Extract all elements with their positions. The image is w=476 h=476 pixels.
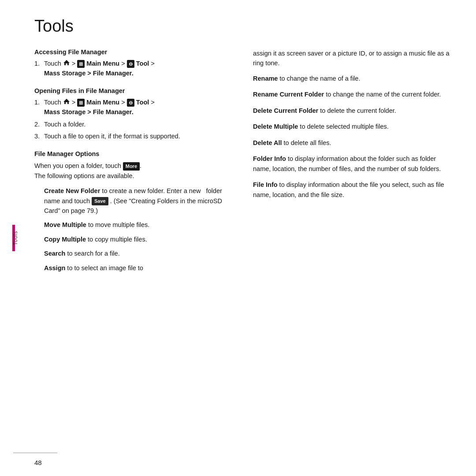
- more-button: More: [123, 162, 140, 171]
- step-number-2: 2.: [34, 120, 42, 130]
- page-divider: [13, 453, 57, 453]
- option-search: Search to search for a file.: [44, 249, 235, 258]
- right-intro: assign it as screen saver or a picture I…: [253, 48, 454, 68]
- step-content-3: Touch a file to open it, if the format i…: [44, 132, 235, 141]
- option-term-move: Move Multiple: [44, 221, 86, 228]
- right-option-rename-folder: Rename Current Folder to change the name…: [253, 89, 454, 99]
- right-option-folder-info: Folder Info to display information about…: [253, 154, 454, 174]
- home-icon-2: [63, 98, 70, 108]
- option-term-delete-multiple: Delete Multiple: [253, 123, 298, 130]
- step-number: 1.: [34, 98, 42, 117]
- step-number: 1.: [34, 59, 42, 78]
- step-content-2: Touch a folder.: [44, 120, 235, 130]
- step-content: Touch > ⊞ Main Menu > ⊖ Tool > Mass Stor…: [44, 98, 235, 117]
- option-term-delete-folder: Delete Current Folder: [253, 107, 318, 114]
- tool-label: Tool: [136, 60, 149, 67]
- main-menu-badge-2: ⊞: [77, 99, 85, 107]
- option-term-search: Search: [44, 250, 65, 257]
- save-button: Save: [92, 197, 108, 205]
- section-heading-options: File Manager Options: [34, 150, 235, 157]
- step-2-opening: 2. Touch a folder.: [34, 120, 235, 130]
- option-term-file-info: File Info: [253, 181, 278, 188]
- option-term-rename-folder: Rename Current Folder: [253, 91, 324, 98]
- right-option-delete-all: Delete All to delete all files.: [253, 138, 454, 148]
- mass-storage-label: Mass Storage > File Manager.: [44, 70, 134, 77]
- home-icon: [63, 59, 70, 69]
- option-assign: Assign to to select an image file to: [44, 263, 235, 273]
- option-term-rename: Rename: [253, 75, 278, 82]
- page-number: 48: [34, 459, 42, 466]
- tool-badge: ⊖: [127, 60, 134, 68]
- svg-marker-1: [63, 99, 70, 104]
- options-block: Create New Folder to create a new folder…: [44, 186, 235, 273]
- main-menu-label: Main Menu: [86, 60, 119, 67]
- main-menu-label-2: Main Menu: [86, 99, 119, 106]
- step-content: Touch > ⊞ Main Menu > ⊖ Tool > Mass Stor…: [44, 59, 235, 78]
- main-menu-badge: ⊞: [77, 60, 85, 68]
- step-1-accessing: 1. Touch > ⊞ Main Menu > ⊖ Tool > Mass S…: [34, 59, 235, 78]
- step-number-3: 3.: [34, 132, 42, 141]
- svg-marker-0: [63, 60, 70, 65]
- right-option-delete-multiple: Delete Multiple to delete selected multi…: [253, 122, 454, 131]
- option-copy-multiple: Copy Multiple to copy multiple files.: [44, 234, 235, 244]
- section-heading-opening: Opening Files in File Manager: [34, 87, 235, 94]
- step-1-opening: 1. Touch > ⊞ Main Menu > ⊖ Tool > Mass S…: [34, 98, 235, 117]
- section-heading-accessing: Accessing File Manager: [34, 48, 235, 56]
- step-3-opening: 3. Touch a file to open it, if the forma…: [34, 132, 235, 141]
- tool-label-2: Tool: [136, 99, 149, 106]
- left-column: Accessing File Manager 1. Touch > ⊞ Main…: [34, 48, 235, 450]
- main-content: Accessing File Manager 1. Touch > ⊞ Main…: [34, 48, 454, 450]
- right-column: assign it as screen saver or a picture I…: [253, 48, 454, 450]
- mass-storage-label-2: Mass Storage > File Manager.: [44, 108, 134, 115]
- option-term-folder-info: Folder Info: [253, 155, 286, 162]
- tool-badge-2: ⊖: [127, 99, 134, 107]
- sidebar-label: Tools: [12, 231, 19, 245]
- options-intro: When you open a folder, touch More. The …: [34, 161, 235, 181]
- option-term-assign: Assign: [44, 264, 65, 271]
- right-option-file-info: File Info to display information about t…: [253, 180, 454, 200]
- option-term-copy: Copy Multiple: [44, 236, 86, 243]
- option-create-new-folder: Create New Folder to create a new folder…: [44, 186, 235, 216]
- right-option-delete-folder: Delete Current Folder to delete the curr…: [253, 106, 454, 115]
- right-option-rename: Rename to change the name of a file.: [253, 74, 454, 83]
- page-title: Tools: [34, 17, 74, 36]
- option-term-create: Create New Folder: [44, 187, 100, 194]
- option-term-delete-all: Delete All: [253, 139, 282, 146]
- option-move-multiple: Move Multiple to move multiple files.: [44, 220, 235, 230]
